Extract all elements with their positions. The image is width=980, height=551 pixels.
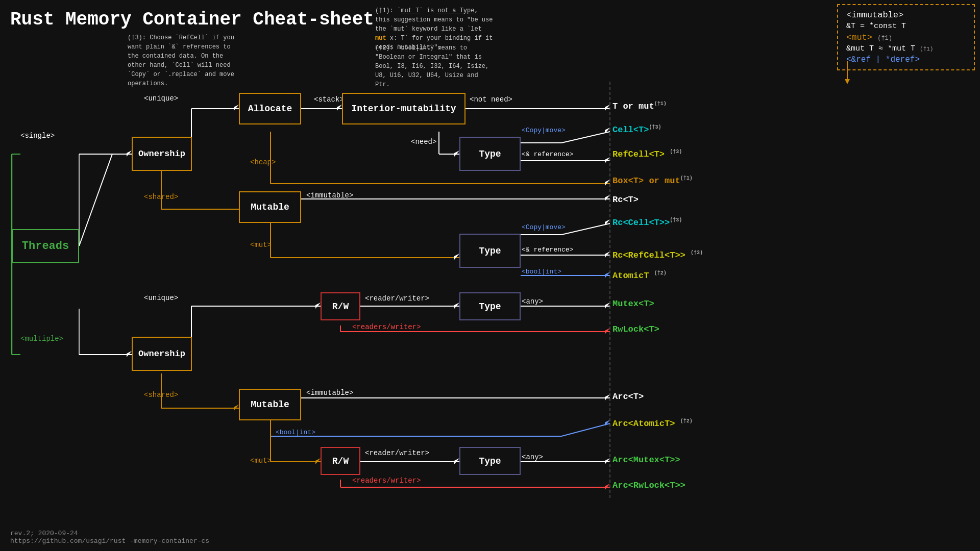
threads-label: Threads [22,240,69,253]
multiple-label: <multiple> [20,335,63,343]
svg-marker-80 [127,151,132,157]
svg-marker-77 [454,458,459,464]
footer-url: https://github.com/usagi/rust -memory-co… [10,537,209,545]
svg-marker-72 [605,328,610,334]
allocate-box: Allocate [239,93,301,124]
ref2-label: <& reference> [522,246,573,254]
r2-sup: (†3) [649,124,661,130]
result-rc-refcell: Rc<RefCell<T>> (†3) [612,250,703,260]
result-cell: Cell<T>(†3) [612,124,661,135]
ownership1-box: Ownership [132,137,192,171]
type2-box: Type [459,234,521,268]
ownership2-label: Ownership [138,349,185,359]
unique2-label: <unique> [144,294,178,302]
r6-sup: (†3) [670,217,682,223]
result-mutex: Mutex<T> [612,299,654,309]
mut1-label: <mut> [250,241,272,249]
bool-int2-label: <bool|int> [276,429,315,436]
result-box: Box<T> or mut(†1) [612,176,693,186]
svg-line-46 [561,423,610,436]
result-t-or-mut: T or mut(†1) [612,101,667,111]
type3-box: Type [459,292,521,320]
svg-marker-67 [605,272,610,278]
result-arc: Arc<T> [612,392,644,402]
rw2-box: R/W [321,447,360,475]
r12-sup: (†2) [680,418,693,424]
mutable2-box: Mutable [239,389,301,420]
result-arc-atomic: Arc<AtomicT> (†2) [612,418,693,429]
stack-label: <stack> [314,95,344,104]
immutable-label: <immutable> [846,10,966,20]
interior-label: Interior-mutability [351,104,456,114]
ownership1-label: Ownership [138,149,185,159]
r3-sup: (†3) [670,149,682,155]
svg-line-15 [561,132,610,143]
svg-marker-79 [605,484,610,490]
any2-label: <any> [522,453,543,461]
result-rwlock: RwLock<T> [612,324,659,334]
svg-marker-69 [315,303,321,309]
mut-ref-line: &mut T ≈ *mut T (†1) [846,44,966,53]
unique1-label: <unique> [144,94,178,103]
svg-marker-82 [845,79,850,84]
result-arc-mutex: Arc<Mutex<T>> [612,455,680,465]
svg-marker-61 [605,157,610,163]
svg-marker-68 [127,351,132,357]
shared1-label: <shared> [144,193,178,201]
threads-box: Threads [12,229,79,263]
mutable1-label: Mutable [251,202,289,212]
copy-move2-label: <Copy|move> [522,223,566,231]
r7-sup: (†3) [691,250,703,256]
r8-sup: (†2) [654,270,667,276]
ownership2-box: Ownership [132,337,192,371]
svg-marker-75 [605,420,610,426]
reader-writer1-label: <reader/writer> [365,294,429,303]
mut2-label: <mut> [250,457,272,465]
svg-marker-56 [234,105,239,111]
svg-marker-63 [605,195,610,201]
note3: (†2): `bool|int` means to "Boolean or In… [375,43,495,89]
mutable2-label: Mutable [251,399,289,410]
note1: (†3): Choose `RefCell` if you want plain… [128,33,245,88]
result-atomic: AtomicT (†2) [612,270,667,281]
interior-box: Interior-mutability [342,93,465,124]
ref1-label: <& reference> [522,151,573,158]
svg-marker-70 [454,303,459,309]
page-title: Rust Memory Container Cheat-sheet [10,9,374,30]
shared2-label: <shared> [144,391,178,399]
immutable1-label: <immutable> [306,191,353,199]
any1-label: <any> [522,297,543,306]
single-label: <single> [20,132,55,140]
footer-rev: rev.2; 2020-09-24 [10,530,209,537]
svg-marker-76 [315,458,321,464]
immutable2-label: <immutable> [306,389,353,397]
ref-const-line: &T ≈ *const T [846,22,966,31]
r4-sup: (†1) [680,176,693,181]
svg-marker-65 [605,219,610,226]
mutable1-box: Mutable [239,191,301,223]
readers-writer1-label: <readers/writer> [352,323,421,331]
footer: rev.2; 2020-09-24 https://github.com/usa… [10,530,209,545]
need-label: <need> [411,138,436,146]
svg-marker-66 [605,252,610,258]
reader-writer2-label: <reader/writer> [365,449,429,457]
svg-line-0 [79,154,112,246]
svg-marker-78 [605,458,610,464]
svg-marker-62 [605,180,610,186]
result-refcell: RefCell<T> (†3) [612,149,682,159]
type4-box: Type [459,447,521,475]
rw1-box: R/W [321,292,360,320]
svg-marker-60 [605,128,610,134]
allocate-label: Allocate [248,104,292,114]
mut-label: <mut> (†1) [846,33,966,42]
svg-marker-59 [454,151,459,157]
not-need-label: <not need> [470,95,512,104]
type3-label: Type [479,302,501,312]
svg-marker-73 [234,405,239,411]
svg-marker-71 [605,303,610,309]
type1-box: Type [459,137,521,171]
copy-move1-label: <Copy|move> [522,127,566,134]
result-rc: Rc<T> [612,195,639,205]
svg-marker-74 [605,394,610,400]
rw1-label: R/W [332,302,349,312]
